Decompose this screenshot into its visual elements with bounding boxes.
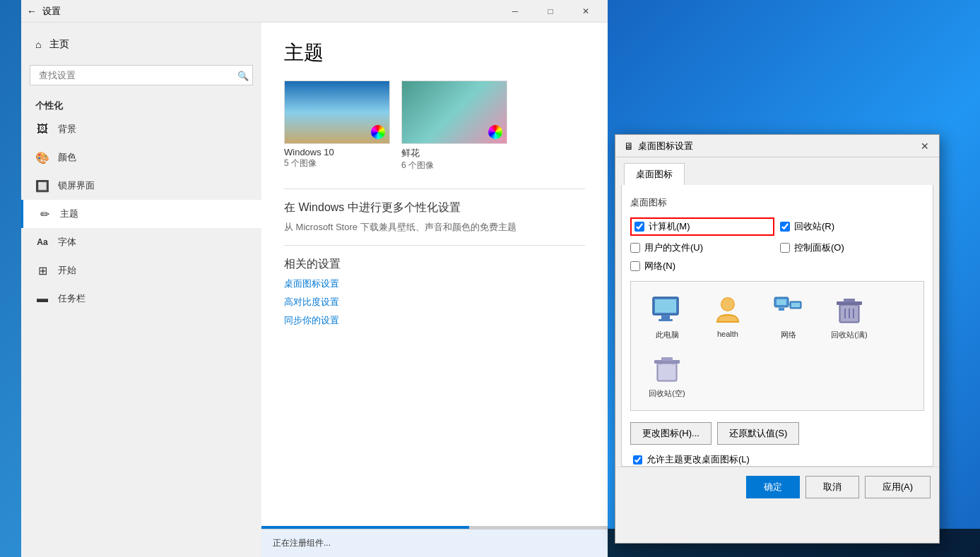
dialog-desktop-icons: 🖥 桌面图标设置 ✕ 桌面图标 桌面图标 计算机(M) 回收站(R) 用户的文件… — [615, 134, 940, 544]
tab-desktop-icons[interactable]: 桌面图标 — [624, 163, 685, 185]
recycle-empty-icon-img — [650, 352, 684, 385]
checkbox-control-panel[interactable]: 控制面板(O) — [780, 241, 924, 254]
recycle-full-label: 回收站(满) — [831, 330, 867, 340]
svg-rect-22 — [661, 357, 673, 361]
theme-name: 鲜花 — [401, 147, 507, 160]
apply-button[interactable]: 应用(A) — [865, 476, 931, 498]
start-icon: ⊞ — [35, 263, 49, 277]
sidebar-item-lockscreen[interactable]: 🔲 锁屏界面 — [21, 172, 261, 200]
theme-name: Windows 10 — [284, 147, 390, 157]
maximize-button[interactable]: □ — [534, 0, 567, 23]
allow-themes-checkbox[interactable] — [633, 455, 642, 465]
related-settings-title: 相关的设置 — [284, 257, 585, 272]
checkbox-network[interactable]: 网络(N) — [630, 260, 774, 272]
computer-label: 计算机(M) — [649, 220, 690, 233]
allow-themes-row: 允许主题更改桌面图标(L) — [630, 453, 924, 466]
background-icon: 🖼 — [35, 122, 49, 136]
dialog-titlebar: 🖥 桌面图标设置 ✕ — [615, 135, 939, 157]
control-panel-checkbox[interactable] — [780, 243, 790, 253]
sync-settings-link[interactable]: 同步你的设置 — [284, 314, 585, 327]
dialog-title-icon: 🖥 — [624, 140, 634, 152]
change-icon-button[interactable]: 更改图标(H)... — [630, 422, 712, 445]
user-files-label: 用户的文件(U) — [644, 241, 703, 254]
main-content: 主题 Windows 10 5 个图像 鲜花 6 个图像 — [261, 23, 608, 557]
user-files-checkbox[interactable] — [630, 243, 640, 253]
checkbox-group: 计算机(M) 回收站(R) 用户的文件(U) 控制面板(O) 网络(N) — [630, 217, 924, 272]
sidebar-item-fonts[interactable]: Aa 字体 — [21, 228, 261, 256]
settings-titlebar-left: ← 设置 — [27, 5, 61, 18]
ok-button[interactable]: 确定 — [746, 476, 800, 498]
health-icon-img — [711, 293, 745, 327]
back-button[interactable]: ← — [27, 6, 37, 17]
recycle-bin-label: 回收站(R) — [794, 220, 834, 233]
dialog-footer: 确定 取消 应用(A) — [615, 467, 939, 507]
control-panel-label: 控制面板(O) — [794, 241, 844, 254]
sidebar: ⌂ 主页 🔍 个性化 🖼 背景 🎨 颜色 🔲 锁屏界面 ✏ — [21, 23, 261, 557]
checkbox-user-files[interactable]: 用户的文件(U) — [630, 241, 774, 254]
health-icon-label: health — [717, 330, 738, 338]
svg-rect-7 — [777, 299, 786, 305]
colors-icon: 🎨 — [35, 150, 49, 164]
sidebar-item-taskbar[interactable]: ▬ 任务栏 — [21, 285, 261, 313]
dialog-title-left: 🖥 桌面图标设置 — [624, 140, 693, 152]
svg-rect-20 — [659, 364, 675, 380]
sidebar-item-label: 锁屏界面 — [58, 179, 95, 192]
dialog-body: 桌面图标 计算机(M) 回收站(R) 用户的文件(U) 控制面板(O) 网络(N… — [621, 185, 933, 467]
dialog-title-text: 桌面图标设置 — [638, 140, 693, 152]
search-input[interactable] — [30, 65, 253, 85]
sidebar-item-label: 颜色 — [58, 151, 76, 164]
more-themes-desc: 从 Microsoft Store 下载兼具壁纸、声音和颜色的免费主题 — [284, 221, 585, 234]
theme-count: 5 个图像 — [284, 157, 390, 169]
sidebar-item-themes[interactable]: ✏ 主题 — [21, 200, 261, 228]
sidebar-section-title: 个性化 — [21, 91, 261, 115]
recycle-full-icon-img — [832, 293, 866, 327]
recycle-bin-checkbox[interactable] — [780, 222, 790, 232]
network-icon-label: 网络 — [781, 330, 796, 340]
theme-thumbnail-windows10 — [284, 80, 390, 144]
svg-rect-10 — [791, 303, 800, 307]
theme-count: 6 个图像 — [401, 160, 507, 172]
status-bar: 正在注册组件... — [261, 529, 608, 557]
sidebar-item-label: 背景 — [58, 123, 76, 136]
svg-rect-8 — [779, 308, 784, 311]
desktop-icons-link[interactable]: 桌面图标设置 — [284, 277, 585, 290]
section-divider-2 — [284, 245, 585, 246]
fonts-icon: Aa — [35, 235, 49, 249]
theme-card-flowers[interactable]: 鲜花 6 个图像 — [401, 80, 507, 172]
network-checkbox[interactable] — [630, 261, 640, 271]
themes-grid: Windows 10 5 个图像 鲜花 6 个图像 — [284, 80, 585, 172]
checkbox-computer[interactable]: 计算机(M) — [630, 217, 774, 236]
dialog-close-button[interactable]: ✕ — [916, 138, 933, 155]
settings-title: 设置 — [42, 5, 61, 18]
theme-thumbnail-flowers — [401, 80, 507, 144]
titlebar-controls: ─ □ ✕ — [499, 0, 602, 23]
minimize-button[interactable]: ─ — [499, 0, 531, 23]
sidebar-home[interactable]: ⌂ 主页 — [21, 30, 261, 59]
icon-this-pc-label: 此电脑 — [656, 330, 679, 340]
high-contrast-link[interactable]: 高对比度设置 — [284, 296, 585, 309]
themes-icon: ✏ — [37, 207, 52, 221]
sidebar-item-background[interactable]: 🖼 背景 — [21, 115, 261, 143]
home-icon: ⌂ — [35, 39, 41, 50]
icon-this-pc[interactable]: 此电脑 — [642, 293, 692, 340]
more-themes-title: 在 Windows 中进行更多个性化设置 — [284, 200, 585, 215]
icon-network[interactable]: 网络 — [764, 293, 813, 340]
taskbar-icon: ▬ — [35, 292, 49, 306]
svg-rect-2 — [661, 316, 670, 319]
close-button[interactable]: ✕ — [569, 0, 602, 23]
restore-default-button[interactable]: 还原默认值(S) — [717, 422, 799, 445]
icon-recycle-full[interactable]: 回收站(满) — [825, 293, 874, 340]
computer-checkbox[interactable] — [634, 222, 644, 232]
recycle-empty-label: 回收站(空) — [649, 388, 685, 399]
icons-preview-area: 此电脑 health — [630, 281, 924, 411]
cancel-button[interactable]: 取消 — [805, 476, 859, 498]
checkbox-recycle-bin[interactable]: 回收站(R) — [780, 217, 924, 236]
lockscreen-icon: 🔲 — [35, 179, 49, 193]
icon-health[interactable]: health — [703, 293, 752, 340]
theme-card-windows10[interactable]: Windows 10 5 个图像 — [284, 80, 390, 172]
sidebar-item-colors[interactable]: 🎨 颜色 — [21, 143, 261, 172]
network-label: 网络(N) — [644, 260, 675, 272]
sidebar-item-start[interactable]: ⊞ 开始 — [21, 256, 261, 285]
settings-titlebar: ← 设置 ─ □ ✕ — [21, 0, 608, 23]
icon-recycle-empty[interactable]: 回收站(空) — [642, 352, 692, 399]
